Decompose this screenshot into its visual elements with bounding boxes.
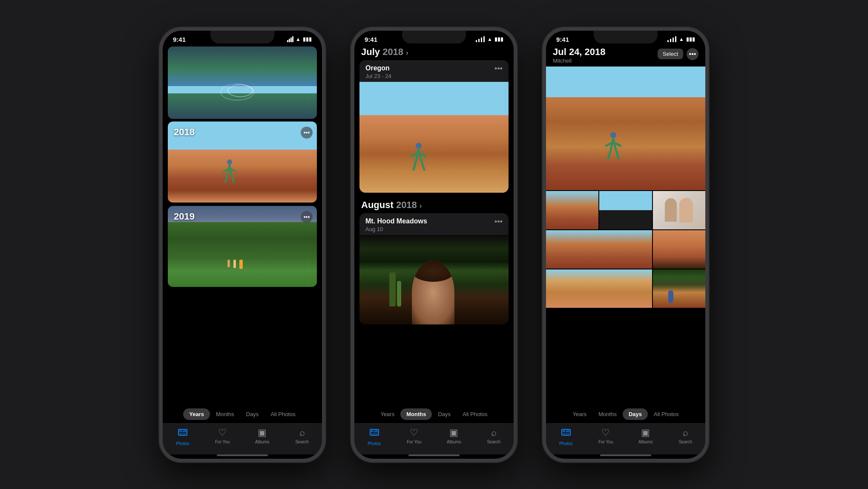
select-button[interactable]: Select xyxy=(658,49,683,59)
oregon-card-header: Oregon Jul 23 - 24 ••• xyxy=(359,60,509,82)
segment-months-1[interactable]: Months xyxy=(210,408,240,420)
tab-albums-label-1: Albums xyxy=(255,440,269,444)
august-section-header: August 2018 › xyxy=(354,198,514,213)
phone-years: 9:41 ▲ ▮▮▮ xyxy=(159,27,325,462)
oregon-photo xyxy=(359,82,509,193)
grid-photo-couple[interactable] xyxy=(653,191,705,229)
tab-albums-1[interactable]: ▣ Albums xyxy=(250,427,275,446)
year-more-2018[interactable]: ••• xyxy=(301,127,313,139)
svg-rect-3 xyxy=(183,430,186,432)
segment-allphotos-2[interactable]: All Photos xyxy=(457,408,494,420)
july-title: July 2018 › xyxy=(361,46,408,57)
phone-days: 9:41 ▲ ▮▮▮ Jul 24, 2018 Mitchell Select … xyxy=(543,27,709,462)
foryou-icon-2: ♡ xyxy=(410,427,418,438)
photos-icon-1 xyxy=(178,427,188,440)
tab-bar-2: Photos ♡ For You ▣ Albums ⌕ Search xyxy=(354,423,514,454)
status-time-1: 9:41 xyxy=(173,36,186,43)
segment-days-1[interactable]: Days xyxy=(240,408,265,420)
tab-albums-2[interactable]: ▣ Albums xyxy=(441,427,467,446)
battery-icon-2: ▮▮▮ xyxy=(494,36,503,42)
segment-days-3[interactable]: Days xyxy=(623,408,648,420)
grid-photo-redrock[interactable] xyxy=(653,230,705,269)
albums-icon-3: ▣ xyxy=(641,427,650,438)
photos-icon-3 xyxy=(561,427,571,440)
years-content: 2018 ••• 2019 ••• xyxy=(163,45,322,405)
status-icons-1: ▲ ▮▮▮ xyxy=(287,36,312,42)
status-icons-3: ▲ ▮▮▮ xyxy=(667,36,695,42)
tab-search-3[interactable]: ⌕ Search xyxy=(673,427,698,446)
tab-photos-3[interactable]: Photos xyxy=(553,427,579,446)
segment-months-3[interactable]: Months xyxy=(592,408,623,420)
status-time-2: 9:41 xyxy=(365,36,377,43)
year-card-2019[interactable]: 2019 ••• xyxy=(168,206,317,287)
mthhood-photo xyxy=(359,235,509,324)
tab-albums-label-3: Albums xyxy=(638,440,652,444)
august-title: August 2018 › xyxy=(361,200,422,210)
lake-photo[interactable] xyxy=(168,46,317,119)
mthhood-title: Mt. Hood Meadows xyxy=(365,217,427,225)
battery-icon-1: ▮▮▮ xyxy=(303,36,312,42)
home-indicator-2 xyxy=(408,454,460,456)
foryou-icon-1: ♡ xyxy=(218,427,227,438)
tab-bar-1: Photos ♡ For You ▣ Albums ⌕ Search xyxy=(163,423,322,454)
day-header: Jul 24, 2018 Mitchell Select ••• xyxy=(546,45,705,67)
tab-foryou-1[interactable]: ♡ For You xyxy=(210,427,235,446)
svg-rect-8 xyxy=(374,430,378,432)
tab-search-label-1: Search xyxy=(295,440,309,444)
wifi-icon-2: ▲ xyxy=(487,36,492,42)
signal-icon-1 xyxy=(287,36,293,42)
segment-years-3[interactable]: Years xyxy=(566,408,592,420)
tab-photos-label-1: Photos xyxy=(176,441,189,446)
year-label-2019: 2019 xyxy=(174,211,195,222)
oregon-title: Oregon xyxy=(365,64,391,72)
grid-photo-portrait[interactable] xyxy=(653,269,705,308)
svg-rect-7 xyxy=(371,430,374,432)
days-content xyxy=(546,67,705,405)
oregon-date: Jul 23 - 24 xyxy=(365,73,391,79)
mthhood-card[interactable]: Mt. Hood Meadows Aug 10 ••• xyxy=(359,213,509,324)
segment-control-1: Years Months Days All Photos xyxy=(163,405,322,423)
wifi-icon-3: ▲ xyxy=(679,36,684,42)
segment-years-1[interactable]: Years xyxy=(183,408,210,420)
tab-search-label-3: Search xyxy=(678,440,692,444)
segment-control-2: Years Months Days All Photos xyxy=(354,405,514,423)
grid-photo-desert3[interactable] xyxy=(546,269,652,308)
tab-search-2[interactable]: ⌕ Search xyxy=(481,427,506,446)
grid-photo-boy[interactable] xyxy=(546,191,598,229)
year-card-2018[interactable]: 2018 ••• xyxy=(168,122,317,203)
segment-years-2[interactable]: Years xyxy=(374,408,400,420)
main-day-photo[interactable] xyxy=(546,67,705,190)
tab-foryou-label-1: For You xyxy=(215,440,230,444)
segment-months-2[interactable]: Months xyxy=(400,408,432,420)
tab-albums-3[interactable]: ▣ Albums xyxy=(633,427,658,446)
july-section-header: July 2018 › xyxy=(354,45,514,60)
status-icons-2: ▲ ▮▮▮ xyxy=(475,36,503,42)
grid-photo-hillslope[interactable] xyxy=(546,230,652,269)
tab-search-1[interactable]: ⌕ Search xyxy=(289,427,315,446)
tab-foryou-2[interactable]: ♡ For You xyxy=(401,427,427,446)
oregon-more[interactable]: ••• xyxy=(494,64,503,73)
svg-rect-13 xyxy=(566,430,569,432)
segment-days-2[interactable]: Days xyxy=(432,408,457,420)
svg-rect-12 xyxy=(563,430,565,432)
day-actions: Select ••• xyxy=(658,48,698,60)
signal-icon-3 xyxy=(667,36,677,42)
tab-bar-3: Photos ♡ For You ▣ Albums ⌕ Search xyxy=(546,423,705,454)
mthhood-card-header: Mt. Hood Meadows Aug 10 ••• xyxy=(359,213,509,235)
segment-allphotos-1[interactable]: All Photos xyxy=(264,408,302,420)
grid-photo-flower[interactable] xyxy=(599,191,652,229)
foryou-icon-3: ♡ xyxy=(601,427,610,438)
search-icon-3: ⌕ xyxy=(683,427,688,438)
segment-allphotos-3[interactable]: All Photos xyxy=(648,408,685,420)
mthhood-more[interactable]: ••• xyxy=(494,217,503,226)
oregon-card[interactable]: Oregon Jul 23 - 24 ••• xyxy=(359,60,509,193)
status-time-3: 9:41 xyxy=(556,36,569,43)
day-person xyxy=(602,131,625,165)
tab-foryou-3[interactable]: ♡ For You xyxy=(593,427,618,446)
wifi-icon-1: ▲ xyxy=(296,36,301,42)
year-more-2019[interactable]: ••• xyxy=(301,211,313,223)
home-indicator-3 xyxy=(600,454,651,456)
tab-photos-2[interactable]: Photos xyxy=(362,427,387,446)
more-button[interactable]: ••• xyxy=(687,48,698,60)
tab-photos-1[interactable]: Photos xyxy=(170,427,195,446)
